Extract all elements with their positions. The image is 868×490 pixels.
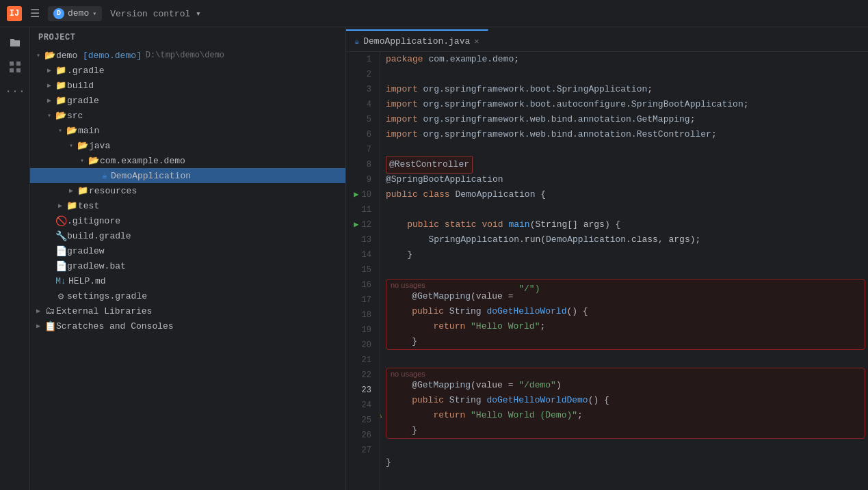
editor-tab-demo-application[interactable]: ☕ DemoApplication.java ✕	[346, 29, 488, 51]
tree-item-demo-root[interactable]: ▾ 📂 demo [demo.demo] D:\tmp\demo\demo	[30, 48, 345, 63]
arrow-icon: ▶	[44, 96, 55, 105]
svg-rect-3	[16, 68, 21, 72]
tree-item-test-dir[interactable]: ▶ 📁 test	[30, 198, 345, 213]
item-label: HELP.md	[68, 276, 106, 286]
code-line-12: public static void main(String[] args) {	[386, 217, 868, 232]
tree-item-gradlew[interactable]: 📄 gradlew	[30, 243, 345, 258]
code-line-4: import org.springframework.boot.autoconf…	[386, 97, 868, 112]
code-line-25	[386, 440, 868, 455]
tree-item-external-libs[interactable]: ▶ 🗂 External Libraries	[30, 303, 345, 318]
libs-icon: 🗂	[44, 305, 56, 316]
version-control-button[interactable]: Version control ▾	[110, 8, 201, 19]
sidebar-title: Project	[38, 33, 76, 42]
line-num-7: 7	[346, 142, 371, 157]
line-num-2: 2	[346, 67, 371, 82]
folder-open-icon: 📂	[55, 110, 67, 121]
arrow-icon: ▾	[77, 156, 88, 165]
tree-item-build-gradle[interactable]: 🔧 build.gradle	[30, 228, 345, 243]
java-file-icon: ☕	[98, 170, 111, 181]
arrow-icon: ▶	[66, 187, 77, 195]
tree-item-gradlew-bat[interactable]: 📄 gradlew.bat	[30, 258, 345, 273]
item-label: .gitignore	[67, 216, 120, 226]
code-line-11	[386, 202, 868, 217]
tree-item-demo-app[interactable]: ☕ DemoApplication	[30, 168, 345, 183]
activity-folder-icon[interactable]	[5, 33, 25, 52]
line-num-13: 13	[346, 232, 371, 247]
line-numbers-gutter: 1 2 3 4 5 6 7 8 9 ▶10 11 ▶12 13 14 15 16…	[346, 52, 380, 490]
arrow-icon: ▶	[33, 322, 44, 330]
item-label: src	[67, 111, 83, 121]
tree-item-gitignore[interactable]: 🚫 .gitignore	[30, 213, 345, 228]
code-line-21: @GetMapping(value = "/demo")	[391, 378, 860, 393]
file-icon: 📄	[55, 260, 67, 272]
line-num-10[interactable]: ▶10	[346, 187, 371, 202]
item-label: main	[78, 126, 99, 136]
file-icon: 📄	[55, 245, 67, 257]
item-label: External Libraries	[56, 306, 152, 316]
java-tab-icon: ☕	[354, 36, 359, 46]
folder-icon: 📁	[55, 95, 67, 106]
svg-rect-1	[16, 62, 21, 66]
editor-content: 1 2 3 4 5 6 7 8 9 ▶10 11 ▶12 13 14 15 16…	[346, 52, 868, 490]
hamburger-menu[interactable]: ☰	[30, 7, 40, 21]
arrow-icon: ▶	[44, 66, 55, 74]
code-line-23: ⚠ return "Hello World (Demo)";	[391, 408, 860, 423]
item-label: test	[78, 201, 99, 211]
tree-item-help-md[interactable]: M↓ HELP.md	[30, 273, 345, 288]
tree-item-gradle-dir[interactable]: ▶ 📁 .gradle	[30, 63, 345, 78]
scratches-icon: 📋	[44, 321, 56, 332]
code-line-17: public String doGetHelloWorld() {	[391, 304, 860, 319]
code-line-8: @RestController	[386, 157, 868, 172]
titlebar: IJ ☰ D demo ▾ Version control ▾	[0, 0, 868, 27]
item-label: com.example.demo	[100, 156, 185, 166]
line-num-4: 4	[346, 97, 371, 112]
line-num-26: 26	[346, 428, 371, 443]
project-icon: D	[53, 8, 64, 19]
svg-rect-2	[10, 68, 14, 72]
tree-item-settings-gradle[interactable]: ⚙ settings.gradle	[30, 288, 345, 303]
item-label: gradlew	[67, 246, 105, 256]
line-num-25: 25	[346, 413, 371, 428]
folder-icon: 📂	[44, 50, 56, 61]
tree-item-src-dir[interactable]: ▾ 📂 src	[30, 108, 345, 123]
item-label: settings.gradle	[67, 291, 147, 301]
line-num-8: 8	[346, 157, 371, 172]
tree-item-java-dir[interactable]: ▾ 📂 java	[30, 138, 345, 153]
code-line-26: }	[386, 455, 868, 470]
code-line-5: import org.springframework.web.bind.anno…	[386, 112, 868, 127]
tree-item-resources-dir[interactable]: ▶ 📁 resources	[30, 183, 345, 198]
editor-area: ☕ DemoApplication.java ✕ 1 2 3 4 5 6 7 8…	[346, 27, 868, 490]
folder-icon: 📁	[77, 185, 89, 196]
code-line-27	[386, 470, 868, 485]
project-selector[interactable]: D demo ▾	[48, 6, 102, 21]
arrow-icon: ▶	[55, 202, 66, 210]
activity-structure-icon[interactable]	[5, 57, 25, 77]
activity-bar: ···	[0, 27, 30, 490]
no-usages-label-2: no usages	[391, 368, 860, 378]
tab-close-button[interactable]: ✕	[474, 36, 479, 46]
line-num-23: 23	[346, 383, 371, 398]
tree-item-gradle2-dir[interactable]: ▶ 📁 gradle	[30, 93, 345, 108]
activity-more-icon[interactable]: ···	[5, 82, 25, 101]
line-num-6: 6	[346, 127, 371, 142]
tree-item-main-dir[interactable]: ▾ 📂 main	[30, 123, 345, 138]
git-file-icon: 🚫	[55, 215, 67, 227]
line-num-12[interactable]: ▶12	[346, 217, 371, 232]
folder-open-icon: 📂	[66, 125, 78, 136]
arrow-icon: ▾	[33, 51, 44, 59]
arrow-icon: ▾	[44, 111, 55, 120]
tree-item-pkg-dir[interactable]: ▾ 📂 com.example.demo	[30, 153, 345, 168]
tab-bar: ☕ DemoApplication.java ✕	[346, 27, 868, 52]
code-line-24: }	[391, 423, 860, 438]
code-editor[interactable]: package com.example.demo; import org.spr…	[380, 52, 868, 490]
line-num-24: 24	[346, 398, 371, 413]
line-num-3: 3	[346, 82, 371, 97]
method-block-1: no usages @GetMapping(value = "/") publi…	[386, 279, 865, 350]
code-line-19: }	[391, 334, 860, 349]
code-line-18: return "Hello World";	[391, 319, 860, 334]
tree-item-build-dir[interactable]: ▶ 📁 build	[30, 78, 345, 93]
tree-item-scratches[interactable]: ▶ 📋 Scratches and Consoles	[30, 318, 345, 334]
item-label: build	[67, 81, 94, 91]
item-label: resources	[89, 186, 137, 196]
code-line-16: @GetMapping(value = "/")	[391, 289, 860, 304]
